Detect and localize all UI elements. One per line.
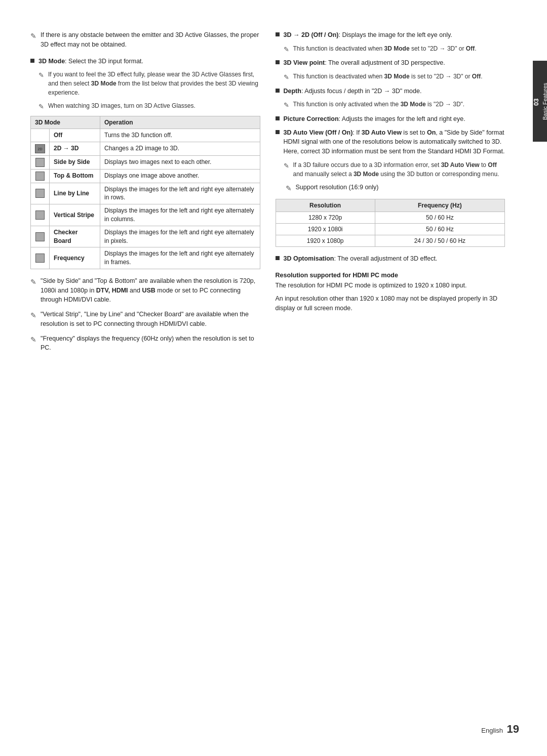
- row-icon-tb: [31, 169, 50, 183]
- sub-note-icon: ✎: [284, 100, 289, 110]
- res-header-resolution: Resolution: [276, 199, 375, 212]
- res-row: 1280 x 720p 50 / 60 Hz: [276, 212, 505, 223]
- table-row: Frequency Displays the images for the le…: [31, 247, 260, 269]
- sub-note-1-text: If you want to feel the 3D effect fully,…: [48, 70, 260, 97]
- support-note-text: Support resolution (16:9 only): [296, 183, 379, 194]
- note-pencil-icon: ✎: [30, 31, 36, 50]
- 3d-to-2d-sub-text: This function is deactivated when 3D Mod…: [293, 44, 477, 55]
- row-icon-freq: [31, 247, 50, 269]
- row-mode-tb: Top & Bottom: [50, 169, 100, 183]
- bullet-square-icon: [276, 116, 280, 120]
- table-row: Top & Bottom Displays one image above an…: [31, 169, 260, 183]
- mode-icon-tb: [35, 172, 45, 181]
- bullet-square-icon: [276, 60, 280, 64]
- row-op-2d3d: Changes a 2D image to 3D.: [100, 142, 260, 155]
- 3d-to-2d-text: 3D → 2D (Off / On): Displays the image f…: [284, 30, 452, 40]
- depth-bullet: Depth: Adjusts focus / depth in "2D → 3D…: [276, 87, 505, 96]
- 3d-autoview-text: 3D Auto View (Off / On): If 3D Auto View…: [284, 128, 505, 156]
- hdmi-para-1: The resolution for HDMI PC mode is optim…: [276, 281, 505, 290]
- table-row: CheckerBoard Displays the images for the…: [31, 226, 260, 247]
- 3d-optimisation-bullet: 3D Optomisation: The overall adjustment …: [276, 254, 505, 264]
- bullet-square-icon: [276, 89, 280, 93]
- row-op-freq: Displays the images for the left and rig…: [100, 247, 260, 269]
- row-icon-vs: [31, 204, 50, 226]
- 3d-autoview-bullet: 3D Auto View (Off / On): If 3D Auto View…: [276, 128, 505, 156]
- res-cell-1920i: 1920 x 1080i: [276, 223, 375, 235]
- hdmi-section-heading: Resolution supported for HDMI PC mode: [276, 272, 505, 279]
- res-row: 1920 x 1080p 24 / 30 / 50 / 60 Hz: [276, 235, 505, 246]
- 3d-mode-suffix: : Select the 3D input format.: [65, 58, 143, 65]
- hdmi-para-2: An input resolution other than 1920 x 10…: [276, 294, 505, 313]
- row-icon-2d3d: 2D: [31, 142, 50, 155]
- left-column: ✎ If there is any obstacle between the e…: [30, 30, 260, 358]
- bottom-note-2: ✎ "Vertical Strip", "Line by Line" and "…: [30, 310, 260, 329]
- picture-correction-bullet: Picture Correction: Adjusts the images f…: [276, 114, 505, 124]
- freq-cell-24-30-50-60: 24 / 30 / 50 / 60 Hz: [375, 235, 504, 246]
- 3d-viewpoint-sub-text: This function is deactivated when 3D Mod…: [293, 72, 483, 82]
- bottom-note-icon-1: ✎: [30, 277, 36, 305]
- bottom-note-1: ✎ "Side by Side" and "Top & Bottom" are …: [30, 276, 260, 305]
- depth-sub-note: ✎ This function is only activated when t…: [284, 100, 505, 110]
- resolution-table: Resolution Frequency (Hz) 1280 x 720p 50…: [276, 199, 505, 247]
- mode-icon-cb: [35, 232, 45, 241]
- res-cell-1280: 1280 x 720p: [276, 212, 375, 223]
- res-cell-1920p: 1920 x 1080p: [276, 235, 375, 246]
- table-row: Side by Side Displays two images next to…: [31, 155, 260, 169]
- footer-page-number: 19: [507, 723, 519, 735]
- 3d-viewpoint-bullet: 3D View point: The overall adjustment of…: [276, 58, 505, 68]
- mode-icon-freq: [35, 254, 45, 263]
- sub-note-2: ✎ When watching 3D images, turn on 3D Ac…: [38, 101, 260, 112]
- row-mode-lbl: Line by Line: [50, 183, 100, 204]
- 3d-autoview-sub-note: ✎ If a 3D failure occurs due to a 3D inf…: [284, 160, 505, 179]
- row-op-vs: Displays the images for the left and rig…: [100, 204, 260, 226]
- 3d-viewpoint-text: 3D View point: The overall adjustment of…: [284, 58, 445, 68]
- row-icon-off: [31, 129, 50, 142]
- support-note-icon: ✎: [286, 183, 292, 194]
- bottom-note-2-text: "Vertical Strip", "Line by Line" and "Ch…: [41, 310, 260, 329]
- sub-note-2-text: When watching 3D images, turn on 3D Acti…: [48, 101, 196, 112]
- top-note-text: If there is any obstacle between the emi…: [41, 30, 260, 50]
- bullet-square-icon: [276, 130, 280, 134]
- row-op-tb: Displays one image above another.: [100, 169, 260, 183]
- mode-icon-sbs: [35, 158, 45, 167]
- bottom-note-icon-3: ✎: [30, 334, 36, 353]
- support-note: ✎ Support resolution (16:9 only): [286, 183, 505, 194]
- table-row: Vertical Stripe Displays the images for …: [31, 204, 260, 226]
- 3d-to-2d-bullet: 3D → 2D (Off / On): Displays the image f…: [276, 30, 505, 40]
- main-content: ✎ If there is any obstacle between the e…: [0, 0, 533, 756]
- bottom-note-3-text: "Frequency" displays the frequency (60Hz…: [41, 334, 260, 353]
- row-op-cb: Displays the images for the left and rig…: [100, 226, 260, 247]
- row-mode-freq: Frequency: [50, 247, 100, 269]
- res-row: 1920 x 1080i 50 / 60 Hz: [276, 223, 505, 235]
- row-mode-cb: CheckerBoard: [50, 226, 100, 247]
- hdmi-section: Resolution supported for HDMI PC mode Th…: [276, 272, 505, 313]
- top-note: ✎ If there is any obstacle between the e…: [30, 30, 260, 50]
- 3d-mode-label: 3D Mode: [38, 58, 65, 65]
- 3d-mode-table: 3D Mode Operation Off Turns the 3D funct…: [30, 116, 260, 269]
- footer: English 19: [481, 723, 519, 736]
- bullet-square-icon: [276, 32, 280, 36]
- row-icon-sbs: [31, 155, 50, 169]
- table-row: 2D 2D → 3D Changes a 2D image to 3D.: [31, 142, 260, 155]
- chapter-title: Basic Features: [542, 82, 548, 119]
- sub-note-icon: ✎: [284, 45, 289, 55]
- row-mode-off: Off: [50, 129, 100, 142]
- table-row: Off Turns the 3D function off.: [31, 129, 260, 142]
- sub-note-icon-2: ✎: [38, 102, 44, 112]
- right-column: 3D → 2D (Off / On): Displays the image f…: [276, 30, 505, 358]
- table-header-mode: 3D Mode: [31, 116, 100, 129]
- mode-icon-vs: [35, 211, 45, 220]
- freq-cell-50-60-2: 50 / 60 Hz: [375, 223, 504, 235]
- chapter-number: 03: [532, 99, 540, 106]
- 3d-autoview-sub-text: If a 3D failure occurs due to a 3D infor…: [293, 160, 505, 179]
- 3d-mode-bullet: 3D Mode: Select the 3D input format.: [30, 57, 260, 66]
- depth-text: Depth: Adjusts focus / depth in "2D → 3D…: [284, 87, 422, 96]
- bullet-square-icon: [276, 256, 280, 260]
- table-header-operation: Operation: [100, 116, 260, 129]
- 3d-viewpoint-sub-note: ✎ This function is deactivated when 3D M…: [284, 72, 505, 82]
- sub-note-icon: ✎: [284, 161, 289, 179]
- sub-note-icon: ✎: [284, 72, 289, 82]
- depth-sub-text: This function is only activated when the…: [293, 100, 465, 110]
- bottom-note-3: ✎ "Frequency" displays the frequency (60…: [30, 334, 260, 353]
- two-column-layout: ✎ If there is any obstacle between the e…: [30, 30, 505, 358]
